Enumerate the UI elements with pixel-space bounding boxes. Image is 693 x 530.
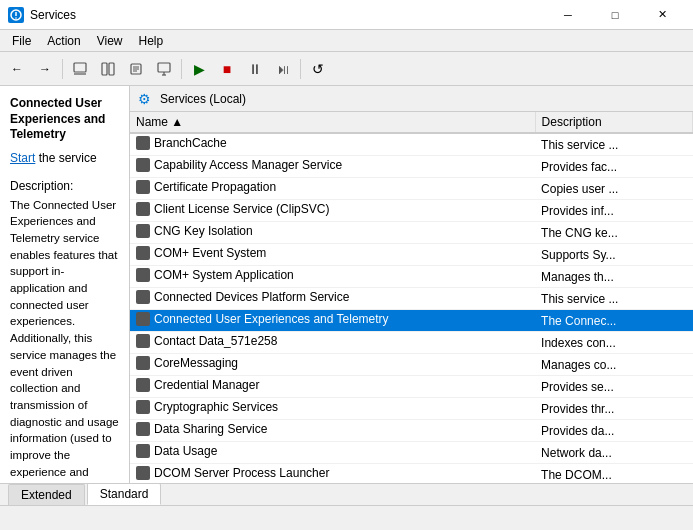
help-button[interactable] bbox=[151, 56, 177, 82]
table-row[interactable]: COM+ Event SystemSupports Sy... bbox=[130, 244, 693, 266]
service-name-cell: Data Sharing Service bbox=[130, 420, 535, 442]
service-icon bbox=[136, 136, 150, 150]
service-name-cell: CNG Key Isolation bbox=[130, 222, 535, 244]
service-name-cell: Capability Access Manager Service bbox=[130, 156, 535, 178]
table-row[interactable]: COM+ System ApplicationManages th... bbox=[130, 266, 693, 288]
menu-help[interactable]: Help bbox=[131, 32, 172, 50]
show-details-button[interactable] bbox=[95, 56, 121, 82]
tab-standard[interactable]: Standard bbox=[87, 483, 162, 505]
service-icon bbox=[136, 180, 150, 194]
col-description[interactable]: Description bbox=[535, 112, 692, 133]
service-name-cell: COM+ Event System bbox=[130, 244, 535, 266]
table-row[interactable]: Client License Service (ClipSVC)Provides… bbox=[130, 200, 693, 222]
show-console-button[interactable] bbox=[67, 56, 93, 82]
start-link-container: Start the service bbox=[10, 151, 119, 165]
service-desc-cell: The Connec... bbox=[535, 310, 692, 332]
service-desc-cell: Manages co... bbox=[535, 354, 692, 376]
play-button[interactable]: ▶ bbox=[186, 56, 212, 82]
toolbar-separator-3 bbox=[300, 59, 301, 79]
app-icon bbox=[8, 7, 24, 23]
service-icon bbox=[136, 312, 150, 326]
start-link-suffix: the service bbox=[35, 151, 96, 165]
service-icon bbox=[136, 158, 150, 172]
service-name-cell: CoreMessaging bbox=[130, 354, 535, 376]
resume-button[interactable]: ⏯ bbox=[270, 56, 296, 82]
table-row[interactable]: Connected Devices Platform ServiceThis s… bbox=[130, 288, 693, 310]
table-row[interactable]: Connected User Experiences and Telemetry… bbox=[130, 310, 693, 332]
table-row[interactable]: CoreMessagingManages co... bbox=[130, 354, 693, 376]
table-row[interactable]: CNG Key IsolationThe CNG ke... bbox=[130, 222, 693, 244]
properties-button[interactable] bbox=[123, 56, 149, 82]
service-icon bbox=[136, 400, 150, 414]
service-icon bbox=[136, 224, 150, 238]
pause-button[interactable]: ⏸ bbox=[242, 56, 268, 82]
status-bar bbox=[0, 505, 693, 527]
table-row[interactable]: DCOM Server Process LauncherThe DCOM... bbox=[130, 464, 693, 484]
service-name-cell: Client License Service (ClipSVC) bbox=[130, 200, 535, 222]
toolbar-separator-2 bbox=[181, 59, 182, 79]
table-row[interactable]: Capability Access Manager ServiceProvide… bbox=[130, 156, 693, 178]
services-table-wrapper[interactable]: Name ▲ Description BranchCacheThis servi… bbox=[130, 112, 693, 483]
service-name-cell: Contact Data_571e258 bbox=[130, 332, 535, 354]
service-name-cell: Connected User Experiences and Telemetry bbox=[130, 310, 535, 332]
service-name-cell: Credential Manager bbox=[130, 376, 535, 398]
service-desc-cell: Network da... bbox=[535, 442, 692, 464]
main-content: Connected User Experiences and Telemetry… bbox=[0, 86, 693, 483]
toolbar-separator-1 bbox=[62, 59, 63, 79]
menu-view[interactable]: View bbox=[89, 32, 131, 50]
service-desc-cell: Manages th... bbox=[535, 266, 692, 288]
forward-button[interactable]: → bbox=[32, 56, 58, 82]
service-desc-cell: Provides fac... bbox=[535, 156, 692, 178]
svg-rect-5 bbox=[102, 63, 107, 75]
service-desc-cell: This service ... bbox=[535, 133, 692, 156]
selected-service-name: Connected User Experiences and Telemetry bbox=[10, 96, 119, 143]
refresh-button[interactable]: ↺ bbox=[305, 56, 331, 82]
service-desc-cell: Provides thr... bbox=[535, 398, 692, 420]
col-name[interactable]: Name ▲ bbox=[130, 112, 535, 133]
close-button[interactable]: ✕ bbox=[639, 0, 685, 30]
table-row[interactable]: Data Sharing ServiceProvides da... bbox=[130, 420, 693, 442]
description-label: Description: bbox=[10, 179, 119, 193]
table-row[interactable]: Data UsageNetwork da... bbox=[130, 442, 693, 464]
bottom-tabs: Extended Standard bbox=[0, 483, 693, 505]
service-desc-cell: Indexes con... bbox=[535, 332, 692, 354]
start-link[interactable]: Start bbox=[10, 151, 35, 165]
table-row[interactable]: Cryptographic ServicesProvides thr... bbox=[130, 398, 693, 420]
service-desc-cell: Provides inf... bbox=[535, 200, 692, 222]
service-desc-cell: Copies user ... bbox=[535, 178, 692, 200]
menu-action[interactable]: Action bbox=[39, 32, 88, 50]
table-row[interactable]: Certificate PropagationCopies user ... bbox=[130, 178, 693, 200]
title-bar: Services ─ □ ✕ bbox=[0, 0, 693, 30]
minimize-button[interactable]: ─ bbox=[545, 0, 591, 30]
svg-rect-11 bbox=[158, 63, 170, 72]
service-icon bbox=[136, 466, 150, 480]
services-table: Name ▲ Description BranchCacheThis servi… bbox=[130, 112, 693, 483]
service-icon bbox=[136, 356, 150, 370]
service-name-cell: Certificate Propagation bbox=[130, 178, 535, 200]
service-icon bbox=[136, 246, 150, 260]
tab-extended[interactable]: Extended bbox=[8, 484, 85, 505]
service-name-cell: Data Usage bbox=[130, 442, 535, 464]
service-description: The Connected User Experiences and Telem… bbox=[10, 197, 119, 483]
service-desc-cell: The DCOM... bbox=[535, 464, 692, 484]
service-icon bbox=[136, 268, 150, 282]
service-desc-cell: Provides da... bbox=[535, 420, 692, 442]
service-name-cell: DCOM Server Process Launcher bbox=[130, 464, 535, 484]
menu-file[interactable]: File bbox=[4, 32, 39, 50]
table-row[interactable]: Credential ManagerProvides se... bbox=[130, 376, 693, 398]
service-icon bbox=[136, 290, 150, 304]
left-panel: Connected User Experiences and Telemetry… bbox=[0, 86, 130, 483]
back-button[interactable]: ← bbox=[4, 56, 30, 82]
table-row[interactable]: Contact Data_571e258Indexes con... bbox=[130, 332, 693, 354]
maximize-button[interactable]: □ bbox=[592, 0, 638, 30]
stop-button[interactable]: ■ bbox=[214, 56, 240, 82]
service-desc-cell: This service ... bbox=[535, 288, 692, 310]
service-name-cell: Cryptographic Services bbox=[130, 398, 535, 420]
service-desc-cell: Supports Sy... bbox=[535, 244, 692, 266]
service-desc-cell: Provides se... bbox=[535, 376, 692, 398]
service-name-cell: BranchCache bbox=[130, 133, 535, 156]
services-header: ⚙ Services (Local) bbox=[130, 86, 693, 112]
svg-rect-6 bbox=[109, 63, 114, 75]
service-desc-cell: The CNG ke... bbox=[535, 222, 692, 244]
table-row[interactable]: BranchCacheThis service ... bbox=[130, 133, 693, 156]
